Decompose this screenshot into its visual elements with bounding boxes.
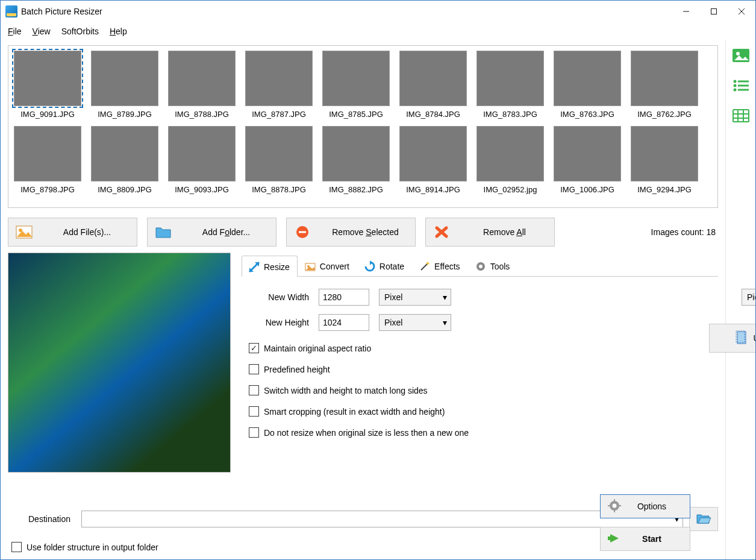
tab-tools[interactable]: Tools — [468, 255, 518, 276]
svg-rect-18 — [614, 510, 615, 512]
resize-icon — [248, 261, 260, 273]
svg-point-24 — [733, 80, 736, 83]
svg-point-12 — [479, 265, 483, 268]
remove-selected-label: Remove Selected — [323, 227, 408, 237]
menu-help[interactable]: Help — [110, 27, 127, 36]
thumbnail-image — [554, 51, 621, 106]
thumbnail-grid[interactable]: IMG_9091.JPGIMG_8789.JPGIMG_8788.JPGIMG_… — [8, 45, 718, 208]
tab-resize[interactable]: Resize — [242, 256, 298, 277]
thumbnails-view-icon[interactable] — [733, 49, 749, 62]
thumbnail-label: IMG_8785.JPG — [320, 110, 392, 119]
menu-view[interactable]: View — [33, 27, 51, 36]
svg-line-10 — [421, 263, 428, 270]
rotate-icon — [364, 260, 376, 272]
thumbnail-item[interactable]: IMG_02952.jpg — [475, 125, 546, 194]
destination-label: Destination — [8, 514, 75, 524]
options-button[interactable]: Options — [600, 494, 690, 518]
thumbnail-image — [91, 51, 158, 106]
thumbnail-item[interactable]: IMG_9091.JPG — [12, 49, 83, 119]
thumbnail-image — [168, 51, 236, 106]
start-button[interactable]: Start — [600, 527, 690, 551]
thumbnail-label: IMG_8762.JPG — [629, 110, 700, 119]
svg-point-28 — [733, 89, 736, 92]
thumbnail-item[interactable]: IMG_8809.JPG — [89, 125, 160, 194]
svg-point-16 — [613, 503, 617, 508]
thumbnail-label: IMG_02952.jpg — [475, 185, 546, 194]
add-files-button[interactable]: Add File(s)... — [8, 218, 137, 247]
chevron-down-icon: ▾ — [443, 292, 447, 302]
svg-rect-17 — [614, 499, 615, 502]
tab-convert[interactable]: Convert — [298, 255, 357, 276]
thumbnail-label: IMG_9093.JPG — [166, 185, 237, 194]
thumbnail-item[interactable]: IMG_8914.JPG — [398, 125, 469, 194]
new-width-label: New Width — [249, 292, 309, 302]
thumbnail-item[interactable]: IMG_8783.JPG — [475, 49, 546, 119]
tab-rotate[interactable]: Rotate — [357, 255, 412, 276]
thumbnail-image — [322, 51, 390, 106]
thumbnail-item[interactable]: IMG_8788.JPG — [166, 49, 237, 119]
thumbnail-image — [554, 126, 621, 181]
thumbnail-item[interactable]: IMG_8785.JPG — [320, 49, 392, 119]
destination-combo[interactable]: ▾ — [81, 511, 683, 527]
thumbnail-item[interactable]: IMG_8878.JPG — [243, 125, 314, 194]
maximize-button[interactable] — [700, 2, 728, 21]
thumbnail-item[interactable]: IMG_8798.JPG — [12, 125, 83, 194]
thumbnail-image — [476, 51, 544, 106]
thumbnail-item[interactable]: IMG_8787.JPG — [243, 49, 314, 119]
details-view-icon[interactable] — [733, 109, 749, 122]
standard-size-select[interactable]: Pick a Standard Size▾ — [742, 289, 756, 306]
list-view-icon[interactable] — [733, 79, 749, 92]
remove-all-label: Remove All — [462, 227, 547, 237]
thumbnail-image — [245, 126, 313, 181]
remove-icon — [294, 225, 311, 239]
thumbnail-item[interactable]: IMG_8762.JPG — [629, 49, 700, 119]
remove-all-button[interactable]: Remove All — [425, 218, 555, 247]
new-width-input[interactable] — [319, 289, 369, 306]
thumbnail-item[interactable]: IMG_1006.JPG — [552, 125, 623, 194]
switch-sides-checkbox[interactable]: Switch width and height to match long si… — [249, 385, 713, 395]
canvas-resize-button[interactable]: Use Canvas Resize — [709, 324, 756, 353]
svg-rect-25 — [738, 81, 749, 83]
folder-icon — [155, 225, 172, 239]
close-button[interactable] — [728, 2, 755, 21]
new-height-label: New Height — [249, 318, 309, 327]
add-folder-label: Add Folder... — [184, 227, 269, 237]
delete-icon — [433, 225, 450, 239]
thumbnail-item[interactable]: IMG_8784.JPG — [398, 49, 469, 119]
thumbnail-label: IMG_8789.JPG — [89, 110, 160, 119]
new-height-input[interactable] — [319, 314, 369, 331]
width-unit-select[interactable]: Pixel▾ — [379, 289, 451, 306]
browse-folder-button[interactable] — [689, 507, 718, 531]
thumbnail-image — [168, 126, 236, 181]
smart-cropping-checkbox[interactable]: Smart cropping (result in exact width an… — [249, 406, 713, 417]
thumbnail-item[interactable]: IMG_9093.JPG — [166, 125, 237, 194]
svg-rect-27 — [738, 85, 749, 87]
menu-softorbits[interactable]: SoftOrbits — [61, 27, 99, 36]
add-folder-button[interactable]: Add Folder... — [147, 218, 276, 247]
title-bar: Batch Picture Resizer — [1, 1, 755, 22]
menu-file[interactable]: File — [8, 27, 22, 36]
height-unit-select[interactable]: Pixel▾ — [379, 314, 451, 331]
remove-selected-button[interactable]: Remove Selected — [286, 218, 416, 247]
minimize-button[interactable] — [672, 2, 700, 21]
thumbnail-label: IMG_8914.JPG — [398, 185, 469, 194]
thumbnail-item[interactable]: IMG_8763.JPG — [552, 49, 623, 119]
thumbnail-item[interactable]: IMG_8882.JPG — [320, 125, 392, 194]
svg-rect-21 — [608, 536, 611, 540]
thumbnail-image — [14, 126, 81, 181]
thumbnail-label: IMG_8788.JPG — [166, 110, 237, 119]
thumbnail-label: IMG_8784.JPG — [398, 110, 469, 119]
thumbnail-item[interactable]: IMG_8789.JPG — [89, 49, 160, 119]
image-icon — [16, 225, 33, 239]
thumbnail-item[interactable]: IMG_9294.JPG — [629, 125, 700, 194]
predefined-height-checkbox[interactable]: Predefined height — [249, 364, 713, 374]
tab-effects[interactable]: Effects — [412, 255, 468, 276]
window-title: Batch Picture Resizer — [21, 7, 672, 16]
file-toolbar: Add File(s)... Add Folder... Remove Sele… — [8, 218, 718, 247]
canvas-icon — [736, 330, 748, 347]
thumbnail-label: IMG_8763.JPG — [552, 110, 623, 119]
convert-icon — [304, 260, 316, 272]
menu-bar: File View SoftOrbits Help — [1, 22, 755, 40]
aspect-ratio-checkbox[interactable]: Maintain original aspect ratio — [249, 343, 713, 353]
no-resize-checkbox[interactable]: Do not resize when original size is less… — [249, 427, 713, 438]
